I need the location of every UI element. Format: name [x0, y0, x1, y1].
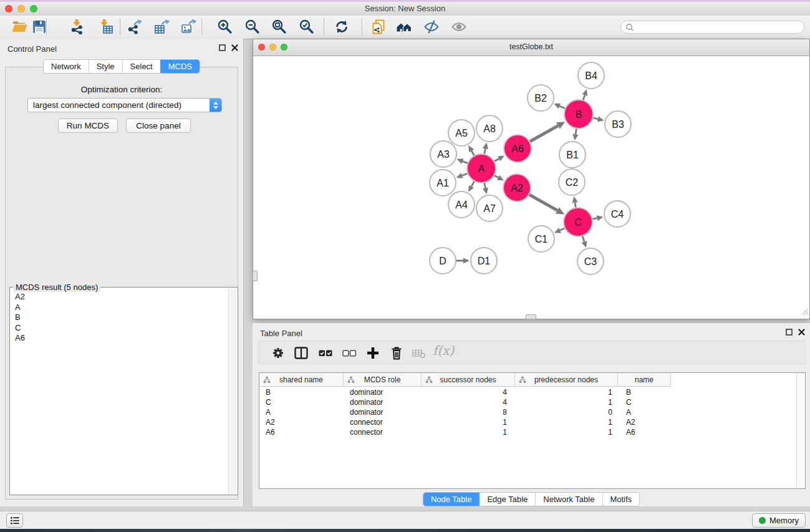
tab-network[interactable]: Network [44, 60, 89, 73]
criterion-value: largest connected component (directed) [28, 100, 210, 110]
zoom-out-button[interactable] [244, 19, 261, 35]
zoom-fit-button[interactable] [271, 19, 287, 35]
graph-node-B2[interactable]: B2 [528, 85, 554, 111]
eye-icon [451, 19, 467, 35]
tab-edge-table[interactable]: Edge Table [479, 493, 535, 506]
criterion-dropdown[interactable]: largest connected component (directed) [27, 98, 222, 112]
graph-node-A3[interactable]: A3 [430, 141, 456, 167]
column-header-successor-nodes[interactable]: successor nodes [422, 373, 515, 387]
graph-node-D1[interactable]: D1 [471, 248, 497, 274]
import-network-button[interactable] [69, 19, 85, 35]
table-settings-button[interactable] [270, 345, 286, 361]
task-history-button[interactable] [6, 513, 23, 528]
tab-select[interactable]: Select [122, 60, 160, 73]
svg-text:C: C [574, 217, 582, 228]
graph-node-A7[interactable]: A7 [476, 195, 503, 221]
table-scrollbar[interactable] [796, 373, 805, 488]
network-canvas[interactable]: ABCA6A2A1A3A4A5A7A8B1B2B3B4C1C2C3C4DD1 [253, 56, 809, 319]
network-window-titlebar[interactable]: testGlobe.txt [253, 39, 809, 56]
delete-column-button[interactable] [388, 345, 405, 361]
graph-node-B1[interactable]: B1 [559, 142, 586, 168]
column-header-mcds-role[interactable]: MCDS role [344, 373, 422, 387]
deselect-all-button[interactable] [341, 345, 357, 361]
save-icon [31, 19, 47, 35]
column-header-shared-name[interactable]: shared name [259, 373, 344, 387]
result-item[interactable]: A6 [15, 333, 233, 344]
clone-network-button[interactable] [370, 19, 387, 35]
refresh-icon [334, 19, 350, 35]
function-builder-button[interactable]: f(x) [433, 343, 454, 358]
close-panel-icon[interactable] [798, 329, 805, 336]
tab-style[interactable]: Style [89, 60, 122, 73]
graph-node-B[interactable]: B [564, 100, 593, 128]
graph-node-B3[interactable]: B3 [605, 111, 631, 137]
svg-text:A6: A6 [511, 143, 524, 154]
svg-text:B: B [576, 109, 582, 120]
mcds-result-list: A2 A B C A6 [10, 288, 238, 348]
delete-table-button[interactable] [411, 345, 427, 361]
graph-node-A2[interactable]: A2 [503, 174, 531, 201]
result-item[interactable]: C [15, 323, 233, 334]
save-session-button[interactable] [31, 19, 47, 35]
window-title: Session: New Session [0, 4, 810, 13]
graph-node-C3[interactable]: C3 [577, 248, 604, 274]
graph-node-A[interactable]: A [467, 154, 496, 183]
select-all-button[interactable] [317, 345, 334, 361]
column-header-predecessor-nodes[interactable]: predecessor nodes [515, 373, 618, 387]
run-mcds-button[interactable]: Run MCDS [58, 118, 118, 133]
birdseye-toggle-bottom[interactable] [526, 314, 536, 319]
float-panel-icon[interactable] [786, 329, 793, 336]
network-view-window: testGlobe.txt ABCA6A2A1A3A4A5A7A8B1B2B3B… [253, 39, 810, 319]
column-header-name[interactable]: name [618, 373, 671, 387]
graph-node-B4[interactable]: B4 [578, 62, 604, 89]
svg-text:D: D [439, 256, 446, 266]
refresh-button[interactable] [334, 19, 350, 35]
graph-node-A6[interactable]: A6 [504, 135, 531, 162]
add-column-button[interactable] [365, 345, 381, 361]
tab-network-table[interactable]: Network Table [535, 493, 602, 506]
trash-icon [388, 345, 405, 361]
svg-text:C2: C2 [566, 177, 579, 188]
resize-grip-icon[interactable] [800, 307, 809, 318]
graph-node-A5[interactable]: A5 [448, 120, 475, 146]
graph-node-D[interactable]: D [430, 248, 456, 274]
table-row[interactable]: A2 connector 1 1 A2 [259, 417, 796, 427]
result-scrollbar[interactable] [228, 288, 237, 494]
show-columns-button[interactable] [293, 345, 309, 361]
memory-label: Memory [769, 516, 799, 525]
result-item[interactable]: B [15, 312, 233, 323]
graph-node-C2[interactable]: C2 [559, 169, 585, 195]
export-network-button[interactable] [127, 19, 143, 35]
search-input[interactable] [637, 22, 804, 33]
tab-mcds[interactable]: MCDS [160, 60, 200, 73]
result-item[interactable]: A [15, 302, 233, 313]
close-panel-button[interactable]: Close panel [126, 118, 191, 133]
table-row[interactable]: C dominator 4 1 C [259, 397, 796, 407]
tab-motifs[interactable]: Motifs [602, 493, 639, 506]
zoom-selected-button[interactable] [299, 19, 315, 35]
graph-node-C[interactable]: C [564, 208, 592, 236]
memory-button[interactable]: Memory [752, 513, 806, 528]
graph-node-A1[interactable]: A1 [430, 170, 456, 196]
tab-node-table[interactable]: Node Table [423, 493, 480, 506]
float-panel-icon[interactable] [219, 44, 226, 51]
open-session-button[interactable] [12, 19, 28, 35]
zoom-in-button[interactable] [217, 19, 233, 35]
search-box [620, 21, 804, 34]
graph-node-C1[interactable]: C1 [528, 226, 554, 252]
graph-node-C4[interactable]: C4 [604, 201, 630, 227]
table-row[interactable]: B dominator 4 1 B [259, 387, 796, 397]
hide-graphics-details-button[interactable] [423, 19, 440, 35]
result-item[interactable]: A2 [15, 292, 233, 302]
import-table-button[interactable] [98, 19, 114, 35]
table-row[interactable]: A6 connector 1 1 A6 [259, 427, 796, 437]
graph-node-A4[interactable]: A4 [448, 191, 475, 218]
show-graphics-details-button[interactable] [451, 19, 467, 35]
export-image-button[interactable] [181, 19, 197, 35]
table-row[interactable]: A dominator 8 0 A [259, 407, 796, 417]
close-panel-icon[interactable] [231, 44, 238, 51]
graph-node-A8[interactable]: A8 [476, 115, 503, 142]
home-button[interactable] [396, 19, 412, 35]
export-table-button[interactable] [154, 19, 170, 35]
birdseye-toggle-left[interactable] [253, 271, 258, 281]
